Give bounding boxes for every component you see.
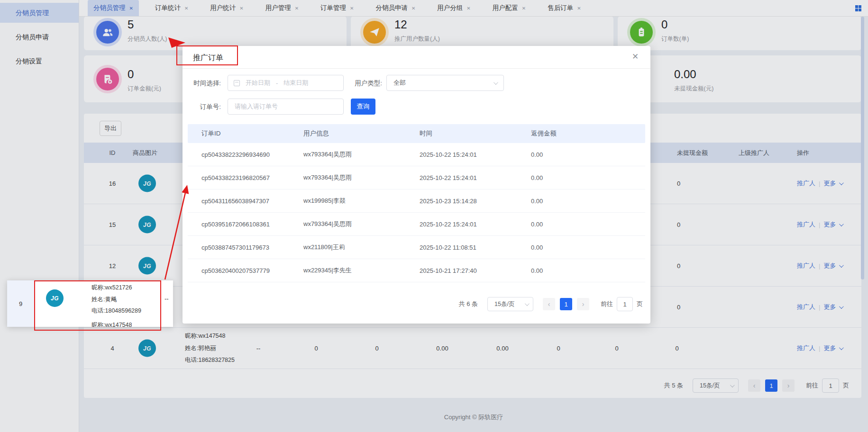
col-time: 时间 <box>420 124 432 143</box>
goto-page-input[interactable] <box>617 297 633 311</box>
page-size-select[interactable]: 15条/页 <box>693 378 739 393</box>
tab-close-icon[interactable]: ✕ <box>411 6 415 11</box>
tab-close-icon[interactable]: ✕ <box>184 6 188 11</box>
row-parent-promoter: -- <box>164 295 169 302</box>
search-button[interactable]: 查询 <box>351 99 375 115</box>
sidebar-item-distributor-manage[interactable]: 分销员管理 <box>0 3 79 23</box>
order-id: cp503951672066108361 <box>201 221 270 228</box>
tab-close-icon[interactable]: ✕ <box>239 6 243 11</box>
col-order-id: 订单ID <box>201 124 221 143</box>
more-link[interactable]: 更多 <box>823 344 836 352</box>
row-actions: 推广人|更多 <box>797 261 842 270</box>
modal-pagination: 共 6 条 15条/页 ‹ 1 › 前往 页 <box>459 296 643 312</box>
total-count: 共 5 条 <box>664 381 683 390</box>
product-logo: JG <box>46 289 64 307</box>
order-row-5: cp503620400207537779wx229345|李先生2025-10-… <box>188 259 645 282</box>
page-size-select[interactable]: 15条/页 <box>487 297 533 311</box>
tab-5[interactable]: 分销员申请✕ <box>370 0 421 16</box>
row-id: 15 <box>105 221 119 228</box>
col-parent-promoter: 上级推广人 <box>739 143 769 163</box>
prev-page-button[interactable]: ‹ <box>543 298 555 310</box>
row-actions: 推广人|更多 <box>797 303 842 311</box>
tab-close-icon[interactable]: ✕ <box>129 6 133 11</box>
link-separator: | <box>819 180 820 187</box>
stat-label: 订单数(单) <box>661 35 689 43</box>
promoter-link[interactable]: 推广人 <box>797 303 815 311</box>
tab-3[interactable]: 用户管理✕ <box>260 0 304 16</box>
date-start-placeholder: 开始日期 <box>246 79 270 87</box>
tab-8[interactable]: 售后订单✕ <box>542 0 586 16</box>
bg-table-row-4: 4JG昵称:wx147548姓名:郭艳丽电话:18628327825--000.… <box>84 328 861 369</box>
prev-page-button[interactable]: ‹ <box>748 379 760 392</box>
user-info: wx793364|吴思雨 <box>303 173 352 182</box>
order-id: cp503620400207537779 <box>201 267 270 274</box>
order-id: cp504338223296934690 <box>201 151 270 158</box>
tab-label: 用户管理 <box>265 4 291 12</box>
next-page-button[interactable]: › <box>577 298 589 310</box>
tab-close-icon[interactable]: ✕ <box>522 6 526 11</box>
stat-card-orders: 0 订单数(单) <box>618 16 861 50</box>
date-range-input[interactable]: 开始日期 - 结束日期 <box>228 75 344 91</box>
commission: 0.00 <box>531 244 543 251</box>
row-value: 0 <box>615 345 618 352</box>
user-type-label: 用户类型: <box>349 79 382 88</box>
commission: 0.00 <box>531 221 543 228</box>
more-link[interactable]: 更多 <box>823 220 836 229</box>
unwithdrawn-amount: 0 <box>677 180 680 187</box>
more-link[interactable]: 更多 <box>823 261 836 270</box>
commission: 0.00 <box>531 198 543 205</box>
promoter-link[interactable]: 推广人 <box>797 220 815 229</box>
page-number-button[interactable]: 1 <box>560 298 572 310</box>
next-page-button[interactable]: › <box>782 379 795 392</box>
promoter-link[interactable]: 推广人 <box>797 344 815 352</box>
tab-1[interactable]: 订单统计✕ <box>149 0 194 16</box>
stat-label: 未提现金额(元) <box>674 85 713 93</box>
row-nickname: 昵称:wx521726 <box>91 282 141 294</box>
stat-value: 5 <box>128 18 134 31</box>
commission: 0.00 <box>531 151 543 158</box>
apps-grid-icon[interactable] <box>855 5 861 11</box>
more-link[interactable]: 更多 <box>823 303 836 311</box>
tab-list: 分销员管理✕订单统计✕用户统计✕用户管理✕订单管理✕分销员申请✕用户分组✕用户配… <box>79 0 597 16</box>
sidebar: 分销员管理 分销员申请 分销设置 <box>0 0 79 432</box>
footer-copyright: Copyright © 际轨医疗 <box>79 413 868 422</box>
sidebar-item-distribution-settings[interactable]: 分销设置 <box>0 51 79 71</box>
promoter-link[interactable]: 推广人 <box>797 179 815 188</box>
vertical-scrollbar[interactable] <box>861 17 864 429</box>
tab-close-icon[interactable]: ✕ <box>577 6 581 11</box>
paper-plane-icon <box>363 21 386 44</box>
goto-label: 前往 <box>806 381 818 390</box>
sidebar-item-distributor-apply[interactable]: 分销员申请 <box>0 27 79 47</box>
stat-label: 分销员人数(人) <box>128 35 167 43</box>
close-icon[interactable]: ✕ <box>632 52 639 62</box>
promoter-link[interactable]: 推广人 <box>797 261 815 270</box>
page-number-button[interactable]: 1 <box>765 379 777 392</box>
col-commission: 返佣金额 <box>531 124 557 143</box>
unwithdrawn-amount: 0 <box>677 262 680 270</box>
order-no-placeholder: 请输入请订单号 <box>235 102 278 111</box>
tab-7[interactable]: 用户配置✕ <box>487 0 531 16</box>
row-value: 0 <box>675 345 678 352</box>
tab-0[interactable]: 分销员管理✕ <box>88 0 139 16</box>
tab-label: 订单统计 <box>155 4 181 12</box>
tab-2[interactable]: 用户统计✕ <box>204 0 249 16</box>
order-no-input[interactable]: 请输入请订单号 <box>228 99 344 115</box>
tab-close-icon[interactable]: ✕ <box>295 6 299 11</box>
export-button[interactable]: 导出 <box>100 121 121 136</box>
order-row-0: cp504338223296934690wx793364|吴思雨2025-10-… <box>188 143 645 166</box>
user-type-select[interactable]: 全部 <box>386 75 504 91</box>
row9-hover-popup: 9 JG 昵称:wx521726 姓名:黄飚 电话:18048596289 --… <box>7 280 173 327</box>
more-link[interactable]: 更多 <box>823 179 836 188</box>
page-suffix: 页 <box>637 300 643 308</box>
tab-6[interactable]: 用户分组✕ <box>431 0 476 16</box>
tab-4[interactable]: 订单管理✕ <box>315 0 359 16</box>
tab-close-icon[interactable]: ✕ <box>350 6 354 11</box>
order-row-2: cp504311656038947307wx199985|李燚2025-10-2… <box>188 189 645 213</box>
user-info: wx793364|吴思雨 <box>303 150 352 159</box>
order-time: 2025-10-22 11:08:51 <box>420 244 476 251</box>
tab-close-icon[interactable]: ✕ <box>466 6 470 11</box>
col-product-image: 商品图片 <box>133 143 157 163</box>
goto-page-input[interactable] <box>822 378 839 393</box>
commission: 0.00 <box>531 174 543 181</box>
promotion-orders-modal: 推广订单 ✕ 时间选择: 开始日期 - 结束日期 用户类型: 全部 订单号: 请… <box>183 46 650 324</box>
